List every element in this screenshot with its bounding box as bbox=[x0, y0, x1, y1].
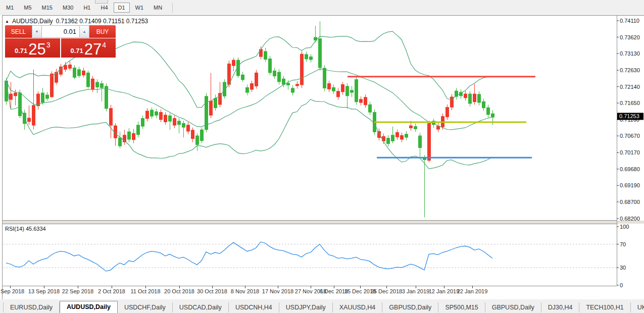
toolbar-separator bbox=[172, 3, 173, 13]
toolbar-fragment bbox=[95, 0, 108, 4]
price-axis-label: 0.70670 bbox=[620, 133, 640, 139]
bull-candle bbox=[486, 108, 490, 115]
timeframe-button-mn[interactable]: MN bbox=[149, 3, 167, 13]
bull-candle bbox=[477, 94, 481, 102]
sell-price-display[interactable]: 0.71 25 3 bbox=[5, 38, 60, 58]
bear-candle bbox=[109, 108, 113, 125]
symbol-tab-sp500-8[interactable]: SP500,M15 bbox=[438, 302, 485, 312]
bear-candle bbox=[173, 118, 176, 126]
bull-candle bbox=[309, 57, 313, 60]
symbol-tab-audusd-1[interactable]: AUDUSD,Daily bbox=[60, 301, 118, 313]
price-axis-label: 0.72630 bbox=[620, 67, 640, 73]
symbol-tab-usdcad-3[interactable]: USDCAD,Daily bbox=[173, 302, 229, 312]
price-axis-label: 0.69680 bbox=[620, 166, 640, 172]
timeframe-button-d1[interactable]: D1 bbox=[114, 3, 130, 13]
timeframe-button-m1[interactable]: M1 bbox=[2, 3, 18, 13]
symbol-tab-usdcnh-4[interactable]: USDCNH,H4 bbox=[229, 302, 279, 312]
bull-candle bbox=[305, 54, 308, 59]
symbol-tab-xauusd-6[interactable]: XAUUSD,H4 bbox=[333, 302, 383, 312]
bull-candle bbox=[368, 105, 372, 113]
date-axis-label: 17 Nov 2018 bbox=[262, 288, 293, 294]
timeframe-button-m30[interactable]: M30 bbox=[58, 3, 78, 13]
bear-candle bbox=[464, 94, 467, 98]
sell-price-sup: 3 bbox=[46, 41, 51, 49]
symbol-tab-gbpusd-9[interactable]: GBPUSD,Daily bbox=[485, 302, 541, 312]
date-axis-label: 2 Oct 2018 bbox=[98, 288, 125, 294]
price-axis-label: 0.68200 bbox=[620, 216, 640, 222]
rsi-axis-label: 0 bbox=[620, 282, 623, 288]
date-axis-label: 11 Oct 2018 bbox=[130, 288, 160, 294]
bear-candle bbox=[82, 71, 85, 75]
bear-candle bbox=[295, 84, 299, 86]
bear-candle bbox=[395, 132, 399, 137]
rsi-axis-label: 100 bbox=[620, 224, 629, 230]
bull-candle bbox=[273, 71, 276, 76]
bear-candle bbox=[164, 115, 167, 122]
volume-increase-button[interactable]: ▲ bbox=[79, 25, 89, 38]
bull-candle bbox=[318, 38, 322, 68]
symbol-tab-eurusd-0[interactable]: EURUSD,Daily bbox=[3, 302, 60, 312]
chart-title: ▲ AUDUSD,Daily 0.71362 0.71409 0.71151 0… bbox=[5, 18, 148, 25]
bear-candle bbox=[409, 126, 413, 128]
timeframe-button-w1[interactable]: W1 bbox=[131, 3, 148, 13]
bull-candle bbox=[414, 126, 417, 129]
bull-candle bbox=[100, 83, 104, 88]
symbol-tab-ukoil-12[interactable]: UKOil,H1 bbox=[631, 302, 644, 312]
bear-candle bbox=[400, 135, 404, 140]
volume-decrease-button[interactable]: ▼ bbox=[32, 25, 42, 38]
bear-candle bbox=[191, 130, 194, 139]
volume-input[interactable] bbox=[42, 25, 79, 38]
bull-candle bbox=[136, 125, 140, 135]
timeframe-button-h1[interactable]: H1 bbox=[79, 3, 95, 13]
bear-candle bbox=[364, 97, 367, 105]
bear-candle bbox=[132, 133, 135, 140]
bear-candle bbox=[255, 73, 258, 86]
timeframe-button-m15[interactable]: M15 bbox=[37, 3, 57, 13]
bull-candle bbox=[150, 110, 154, 116]
date-axis-label: 13 Sep 2018 bbox=[28, 288, 60, 294]
sell-button[interactable]: SELL bbox=[5, 25, 32, 38]
bear-candle bbox=[327, 83, 331, 89]
symbol-tab-tech100-11[interactable]: TECH100,H1 bbox=[579, 302, 630, 312]
bull-candle bbox=[241, 75, 244, 80]
timeframe-button-m5[interactable]: M5 bbox=[19, 3, 36, 13]
bear-candle bbox=[232, 60, 235, 66]
symbol-tab-gbpusd-7[interactable]: GBPUSD,Daily bbox=[382, 302, 438, 312]
bull-candle bbox=[345, 86, 349, 96]
bull-candle bbox=[391, 135, 394, 141]
timeframe-buttons: M1M5M15M30H1H4D1W1MN bbox=[1, 3, 167, 13]
bull-candle bbox=[95, 82, 99, 87]
bear-candle bbox=[209, 101, 213, 116]
bull-candle bbox=[182, 123, 185, 128]
date-axis-label: 30 Oct 2018 bbox=[197, 288, 227, 294]
bull-candle bbox=[291, 88, 294, 92]
bull-candle bbox=[482, 101, 485, 108]
symbol-tab-dj30-10[interactable]: DJ30,H4 bbox=[541, 302, 580, 312]
bull-candle bbox=[200, 130, 204, 141]
timeframe-button-h4[interactable]: H4 bbox=[96, 3, 112, 13]
buy-button[interactable]: BUY bbox=[89, 25, 116, 38]
buy-price-display[interactable]: 0.71 27 4 bbox=[61, 38, 116, 58]
symbol-tab-usdchf-2[interactable]: USDCHF,Daily bbox=[118, 302, 173, 312]
price-axis-label: 0.69190 bbox=[620, 182, 640, 188]
bull-candle bbox=[127, 132, 131, 140]
bull-candle bbox=[195, 136, 199, 145]
bull-candle bbox=[468, 94, 472, 104]
date-axis-label: 22 Jan 2019 bbox=[457, 288, 488, 294]
collapse-panel-icon[interactable]: ▲ bbox=[5, 19, 9, 24]
symbol-tab-usdjpy-5[interactable]: USDJPY,Daily bbox=[279, 302, 333, 312]
bull-candle bbox=[18, 93, 22, 116]
price-axis-label: 0.70170 bbox=[620, 149, 640, 155]
bull-candle bbox=[277, 72, 281, 82]
bear-candle bbox=[55, 72, 58, 82]
bull-candle bbox=[418, 136, 422, 148]
buy-price-big: 27 bbox=[84, 42, 102, 56]
date-axis-label: 6 Dec 2018 bbox=[320, 288, 348, 294]
bear-candle bbox=[50, 74, 54, 97]
bull-candle bbox=[350, 90, 354, 92]
bear-candle bbox=[159, 112, 163, 120]
one-click-trade-panel: SELL ▼ ▲ BUY 0.71 25 3 0.71 27 4 bbox=[5, 25, 116, 58]
bear-candle bbox=[145, 111, 149, 119]
bear-candle bbox=[359, 99, 363, 102]
bear-candle bbox=[91, 79, 94, 90]
